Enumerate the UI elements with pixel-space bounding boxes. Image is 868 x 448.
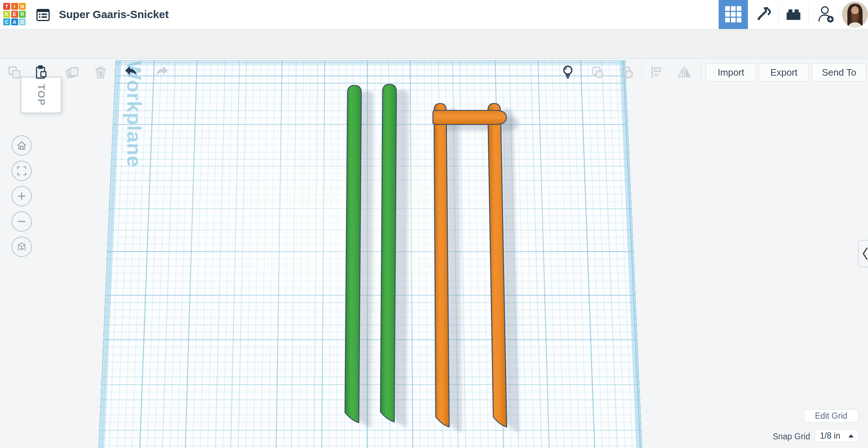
chevron-left-icon [861, 246, 868, 262]
import-button[interactable]: Import [706, 63, 756, 81]
zoom-out-button[interactable] [12, 211, 32, 232]
copy-button[interactable] [7, 64, 22, 80]
snap-grid-dropdown[interactable]: 1/8 in [815, 429, 859, 442]
undo-button[interactable] [123, 64, 139, 80]
workplane-grid[interactable] [98, 60, 643, 448]
green-rod-2[interactable] [380, 84, 396, 422]
lego-brick-icon [785, 6, 802, 23]
delete-button[interactable] [93, 64, 109, 80]
home-icon [15, 139, 28, 152]
perspective-cube-icon [15, 240, 28, 253]
export-button[interactable]: Export [759, 63, 809, 81]
align-button[interactable] [648, 64, 664, 80]
user-avatar[interactable] [842, 1, 868, 28]
perspective-toggle-button[interactable] [12, 237, 32, 257]
design-list-icon [35, 7, 51, 23]
group-button[interactable] [590, 64, 605, 80]
lightbulb-icon [560, 64, 576, 80]
view-cube[interactable]: TOP [21, 77, 61, 113]
top-bar: T I N K E R C A D Super Gaaris-Snicket [0, 0, 868, 29]
export-label: Export [770, 67, 797, 78]
import-label: Import [718, 67, 744, 78]
green-rod-1[interactable] [345, 85, 361, 423]
paste-icon [33, 64, 49, 80]
duplicate-icon [64, 64, 80, 80]
toolbar-divider [642, 62, 642, 84]
send-to-button[interactable]: Send To [812, 63, 866, 81]
toolbar-divider [174, 62, 175, 84]
toolbar-divider [116, 62, 116, 84]
collaborate-button[interactable] [817, 5, 835, 24]
align-icon [648, 64, 664, 80]
toolbar-divider [701, 62, 701, 84]
fit-view-button[interactable] [12, 161, 32, 181]
design-title[interactable]: Super Gaaris-Snicket [59, 0, 169, 29]
redo-icon [154, 64, 170, 80]
tinkercad-app: Workplane [0, 0, 868, 448]
minus-icon [15, 215, 28, 228]
logo-tile: A [11, 18, 18, 25]
edit-toolbar: Import Export Send To [0, 29, 868, 59]
blocks-view-button[interactable] [719, 0, 748, 29]
person-plus-icon [817, 5, 835, 24]
undo-icon [123, 64, 139, 80]
design-list-button[interactable] [35, 7, 51, 23]
topbar-divider [778, 3, 779, 26]
logo-tile: E [11, 11, 18, 18]
send-to-label: Send To [822, 67, 856, 78]
trash-icon [93, 64, 109, 80]
caret-up-icon [848, 434, 854, 438]
orange-frame-top-bar[interactable] [433, 110, 506, 124]
topbar-divider [808, 3, 809, 26]
toolbar-divider [582, 62, 582, 84]
avatar-image [842, 1, 868, 28]
logo-tile: D [19, 18, 26, 25]
tinkercad-logo[interactable]: T I N K E R C A D [3, 3, 26, 26]
edit-grid-button[interactable]: Edit Grid [804, 409, 858, 423]
mirror-button[interactable] [676, 64, 692, 80]
logo-tile: I [11, 3, 18, 10]
show-hidden-button[interactable] [560, 64, 576, 80]
orange-frame-left-leg[interactable] [434, 103, 449, 427]
redo-button[interactable] [154, 64, 170, 80]
snap-grid-label: Snap Grid [738, 432, 810, 441]
blocks-grid-icon [724, 5, 743, 24]
zoom-in-button[interactable] [12, 186, 32, 206]
bricks-export-button[interactable] [785, 6, 802, 23]
fit-view-icon [15, 164, 28, 177]
topbar-divider [838, 3, 839, 26]
duplicate-button[interactable] [64, 64, 80, 80]
pickaxe-icon [756, 6, 773, 23]
collapse-panel-tab[interactable] [858, 240, 868, 267]
ungroup-button[interactable] [619, 64, 635, 80]
ungroup-icon [619, 64, 635, 80]
plus-icon [15, 190, 28, 203]
copy-icon [7, 64, 22, 80]
group-icon [590, 64, 605, 80]
edit-grid-label: Edit Grid [815, 411, 847, 421]
snap-grid-value: 1/8 in [820, 431, 840, 441]
mirror-icon [676, 64, 692, 80]
logo-tile: R [19, 11, 26, 18]
paste-button[interactable] [33, 64, 49, 80]
logo-tile: T [3, 3, 10, 10]
minecraft-export-button[interactable] [756, 6, 773, 23]
logo-tile: N [19, 3, 26, 10]
view-cube-face-label: TOP [35, 84, 47, 106]
home-view-button[interactable] [12, 135, 32, 156]
logo-tile: C [3, 18, 10, 25]
logo-tile: K [3, 11, 10, 18]
